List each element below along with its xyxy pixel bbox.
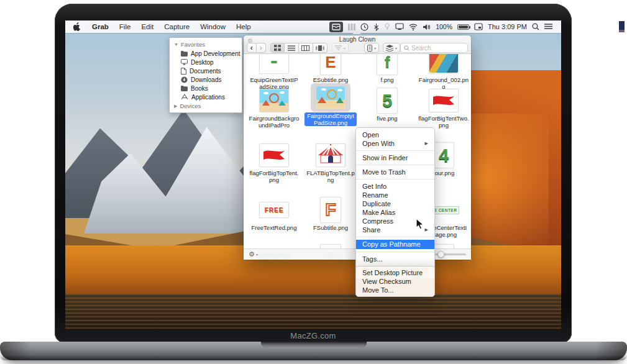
selection-highlight xyxy=(311,83,350,112)
menu-item-rename[interactable]: Rename xyxy=(356,191,434,199)
notification-center-icon[interactable] xyxy=(544,22,552,32)
file-item[interactable]: FairgroundBackgroundIPadPro xyxy=(247,87,301,129)
file-name: f.png xyxy=(360,76,414,83)
chevron-down-icon: ▼ xyxy=(174,42,178,47)
file-thumbnail: f xyxy=(377,54,398,75)
sidebar-item-applications[interactable]: Applications xyxy=(170,93,242,101)
action-gear-button[interactable]: ⚙▾ xyxy=(249,250,258,258)
menu-edit[interactable]: Edit xyxy=(141,23,153,30)
file-name: FreeTextRed.png xyxy=(247,224,301,231)
chevron-down-icon: ▾ xyxy=(374,46,376,50)
sidebar-section-favorites[interactable]: ▼ Favorites xyxy=(170,40,242,49)
document-icon xyxy=(181,68,186,75)
file-item[interactable]: flagForBigTentTwo.png xyxy=(417,87,470,129)
sidebar-item-documents[interactable]: Documents xyxy=(170,66,242,75)
applications-icon xyxy=(181,94,188,100)
icon-size-slider[interactable] xyxy=(435,253,466,255)
file-item[interactable]: FLATBigTopTent.png xyxy=(304,142,357,183)
sidebar-item-books[interactable]: Books xyxy=(170,84,242,93)
file-item[interactable]: flagForBigTopTent.png xyxy=(247,142,301,183)
menu-item-open[interactable]: Open xyxy=(356,130,434,139)
arrange-button[interactable]: ▾ xyxy=(332,43,349,53)
sidebar-item-app-development[interactable]: App Development xyxy=(170,49,242,58)
gallery-view-button[interactable] xyxy=(313,43,327,53)
keychain-icon[interactable] xyxy=(384,22,390,32)
file-thumbnail xyxy=(259,143,289,167)
menu-item-make-alias[interactable]: Make Alias xyxy=(356,208,434,217)
file-thumbnail xyxy=(429,89,459,112)
sidebar-item-label: Downloads xyxy=(191,76,221,83)
wifi-icon[interactable] xyxy=(409,22,418,32)
search-field[interactable] xyxy=(400,43,468,53)
display-icon[interactable] xyxy=(395,22,404,32)
file-item[interactable]: FREE FreeTextRed.png xyxy=(247,196,301,231)
search-icon xyxy=(404,45,410,51)
menu-help[interactable]: Help xyxy=(236,23,251,30)
apple-icon[interactable] xyxy=(73,22,81,31)
file-item[interactable]: EquipGreenTextIPadSize.png xyxy=(247,54,301,90)
file-thumbnail xyxy=(316,143,346,167)
spotlight-icon[interactable] xyxy=(532,22,539,32)
menu-separator xyxy=(356,150,434,151)
menu-item-get-info[interactable]: Get Info xyxy=(356,182,434,191)
back-button[interactable]: ‹ xyxy=(247,43,257,53)
chevron-right-icon: ▶ xyxy=(174,104,177,109)
search-input[interactable] xyxy=(411,45,464,52)
flag-icon xyxy=(432,94,455,107)
file-item[interactable]: E ESubtitle.png xyxy=(304,54,357,83)
menu-item-view-checksum[interactable]: View Checksum xyxy=(356,277,434,286)
menu-item-show-in-finder[interactable]: Show in Finder xyxy=(356,153,434,162)
input-source-icon[interactable] xyxy=(474,22,483,32)
menu-bar-clock[interactable]: Thu 3:09 PM xyxy=(488,23,527,30)
file-name: ESubtitle.png xyxy=(304,76,357,83)
file-name: FLATBigTopTent.png xyxy=(304,170,357,183)
menu-window[interactable]: Window xyxy=(200,23,226,30)
menu-separator xyxy=(356,179,434,180)
menu-item-set-desktop-picture[interactable]: Set Desktop Picture xyxy=(356,268,434,277)
menu-item-tags[interactable]: Tags... xyxy=(356,255,434,263)
sidebar-item-label: Desktop xyxy=(191,59,214,66)
file-item[interactable]: Fairground_002.png xyxy=(417,54,470,90)
file-item[interactable]: f f.png xyxy=(360,54,414,83)
sidebar-item-desktop[interactable]: Desktop xyxy=(170,58,242,66)
popover-caret xyxy=(352,29,361,34)
grab-drawer-icon[interactable] xyxy=(329,22,343,32)
file-name: FairgroundBackgroundIPadPro xyxy=(247,115,301,129)
context-menu: Open Open With▶ Show in Finder Move to T… xyxy=(355,127,435,279)
menu-item-move-to[interactable]: Move To... xyxy=(356,286,434,294)
action-button[interactable]: ▾ xyxy=(364,43,379,53)
menu-item-move-to-trash[interactable]: Move to Trash xyxy=(356,168,434,176)
list-view-button[interactable] xyxy=(285,43,299,53)
menu-capture[interactable]: Capture xyxy=(164,23,190,30)
file-item[interactable]: 5 five.png xyxy=(360,87,414,122)
menu-separator xyxy=(356,165,434,165)
column-view-button[interactable] xyxy=(299,43,313,53)
desktop-icon xyxy=(181,59,188,65)
slider-knob[interactable] xyxy=(437,251,444,258)
menu-item-open-with[interactable]: Open With▶ xyxy=(356,139,434,148)
icon-view-button[interactable] xyxy=(270,43,285,53)
file-name: flagForBigTopTent.png xyxy=(247,170,301,183)
sidebar-section-devices[interactable]: ▶ Devices xyxy=(170,101,242,111)
sidebar-item-downloads[interactable]: Downloads xyxy=(170,75,242,84)
forward-button[interactable]: › xyxy=(257,43,266,53)
time-machine-icon[interactable] xyxy=(360,22,368,32)
laptop-base-lip xyxy=(0,355,627,360)
bluetooth-icon[interactable] xyxy=(373,22,379,32)
menu-item-copy-as-pathname[interactable]: Copy as Pathname xyxy=(356,240,434,249)
window-title: Laugh Clown xyxy=(244,36,471,43)
window-titlebar[interactable]: Laugh Clown ‹ › xyxy=(244,35,471,54)
battery-icon[interactable] xyxy=(457,22,469,32)
mouse-cursor xyxy=(416,218,424,230)
screen: Grab File Edit Capture Window Help xyxy=(65,20,561,329)
menu-app[interactable]: Grab xyxy=(92,23,109,30)
file-thumbnail xyxy=(429,54,459,74)
file-thumbnail: 4 xyxy=(433,142,454,168)
submenu-arrow-icon: ▶ xyxy=(425,139,428,148)
file-item[interactable]: F FSubtitle.png xyxy=(304,196,357,231)
menu-item-duplicate[interactable]: Duplicate xyxy=(356,199,434,208)
menu-file[interactable]: File xyxy=(119,23,131,30)
file-item-selected[interactable]: FairgroundEmptyIPadSize.png xyxy=(304,84,357,127)
tags-button[interactable]: ▾ xyxy=(383,43,400,53)
volume-icon[interactable] xyxy=(423,22,431,32)
